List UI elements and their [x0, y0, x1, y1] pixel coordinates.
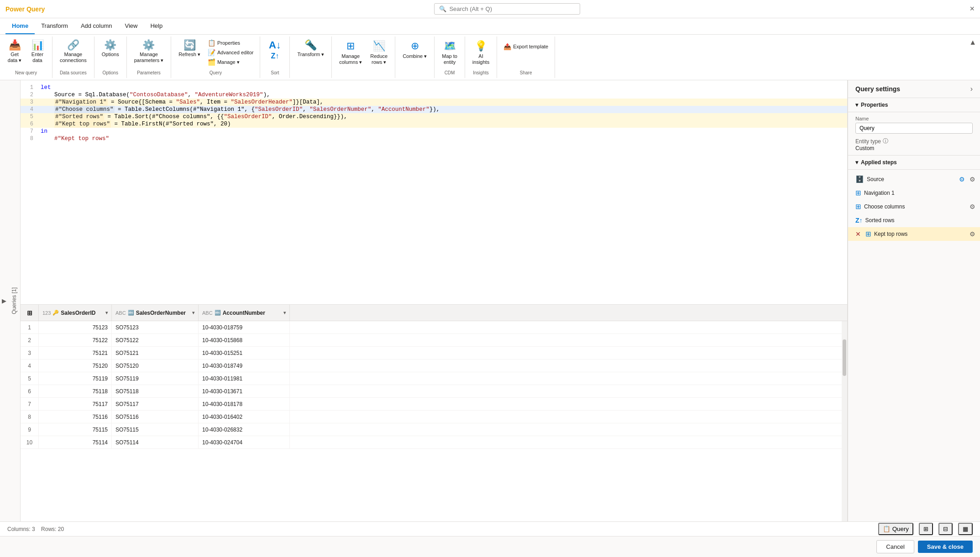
ribbon-group-cdm: 🗺️ Map toentity CDM: [435, 36, 465, 78]
properties-chevron: ▾: [855, 102, 858, 108]
ribbon-group-insights: 💡 AIinsights Insights: [465, 36, 497, 78]
title-bar: Power Query 🔍 ×: [0, 0, 980, 18]
manage-parameters-button[interactable]: ⚙️ Manageparameters ▾: [131, 38, 168, 65]
cdm-label: CDM: [438, 69, 461, 76]
table-row: 8 75116 SO75116 10-4030-016402: [21, 411, 842, 423]
advanced-editor-button[interactable]: 📝 Advanced editor: [205, 48, 257, 57]
entity-type-label: Entity type: [855, 138, 881, 145]
grid-view-button[interactable]: ⊟: [938, 523, 953, 535]
menu-item-add-column[interactable]: Add column: [74, 18, 119, 34]
kept-top-rows-step-settings[interactable]: ⚙: [969, 229, 976, 239]
salesordernumber-dropdown[interactable]: ▾: [192, 310, 194, 315]
vertical-scrollbar[interactable]: [842, 321, 847, 521]
manage-columns-button[interactable]: ⊞ Managecolumns ▾: [335, 38, 366, 67]
source-step-settings[interactable]: ⚙: [969, 175, 976, 184]
menu-item-transform[interactable]: Transform: [35, 18, 74, 34]
ribbon-collapse-button[interactable]: ▲: [965, 36, 980, 78]
ribbon-group-combine: ⊕ Combine ▾: [395, 36, 435, 78]
col-header-index: ⊞: [21, 305, 39, 321]
choose-columns-step-icon: ⊞: [855, 203, 861, 211]
cancel-button[interactable]: Cancel: [876, 540, 914, 553]
kept-top-rows-step-icon: ⊞: [865, 230, 871, 238]
salesorderid-dropdown[interactable]: ▾: [105, 310, 108, 315]
applied-steps-header[interactable]: ▾ Applied steps: [848, 156, 980, 170]
expand-queries-button[interactable]: ▶: [0, 294, 8, 308]
status-bar: Columns: 3 Rows: 20 📋 Query ⊞ ⊟ ▦: [0, 521, 980, 536]
code-line: 7 in: [21, 128, 847, 135]
grid-view-icon: ⊟: [943, 526, 948, 532]
sorted-rows-step-label: Sorted rows: [865, 217, 976, 224]
menu-item-help[interactable]: Help: [144, 18, 169, 34]
transform-button[interactable]: 🔦 Transform ▾: [293, 38, 328, 59]
salesorderid-key-icon: 🔑: [52, 310, 59, 316]
menu-item-home[interactable]: Home: [5, 18, 35, 34]
properties-label: Properties: [861, 102, 888, 108]
query-settings-header: Query settings ›: [848, 80, 980, 98]
combine-icon: ⊕: [411, 40, 419, 52]
col-header-salesorderid[interactable]: 123 🔑 SalesOrderID ▾: [39, 305, 112, 321]
sort-button[interactable]: A↓Z↑: [264, 38, 286, 62]
col-header-accountnumber[interactable]: ABC 🔤 AccountNumber ▾: [199, 305, 290, 321]
ribbon-group-options: ⚙️ Options Options: [94, 36, 127, 78]
properties-button[interactable]: 📋 Properties: [205, 38, 257, 47]
close-button[interactable]: ×: [970, 4, 975, 14]
step-source[interactable]: 🗄️ Source ⚙ ⚙: [848, 172, 980, 186]
query-view-button[interactable]: 📋 Query: [878, 523, 913, 535]
ribbon-group-transform: 🔦 Transform ▾: [290, 36, 332, 78]
accountnumber-dropdown[interactable]: ▾: [283, 310, 286, 315]
search-input[interactable]: [449, 5, 575, 12]
data-sources-label: Data sources: [56, 69, 90, 76]
entity-type-info-icon[interactable]: ⓘ: [883, 137, 888, 145]
main-area: ▶ Queries [1] 1 let 2 Source = Sql.Datab…: [0, 80, 980, 557]
manage-connections-button[interactable]: 🔗 Manageconnections: [56, 38, 90, 65]
map-to-entity-button[interactable]: 🗺️ Map toentity: [438, 38, 461, 67]
query-settings-title: Query settings: [855, 85, 900, 93]
manage-button[interactable]: 🗂️ Manage ▾: [205, 57, 257, 67]
scroll-thumb[interactable]: [843, 339, 846, 376]
expand-right-button[interactable]: ›: [970, 85, 973, 93]
query-name-input[interactable]: [855, 123, 973, 134]
properties-section-header[interactable]: ▾ Properties: [848, 98, 980, 112]
step-navigation1[interactable]: ⊞ Navigation 1: [848, 186, 980, 200]
code-editor[interactable]: 1 let 2 Source = Sql.Database("ContosoDa…: [21, 80, 847, 305]
column-view-button[interactable]: ▦: [958, 523, 973, 535]
table-row: 7 75117 SO75117 10-4030-018178: [21, 398, 842, 411]
queries-panel: ▶ Queries [1]: [0, 80, 21, 521]
options-icon: ⚙️: [104, 40, 116, 50]
table-body: 1 75123 SO75123 10-4030-018759 2 75122 S…: [21, 321, 842, 521]
step-choose-columns[interactable]: ⊞ Choose columns ⚙: [848, 200, 980, 213]
enter-data-button[interactable]: 📊 Enterdata: [26, 38, 48, 65]
table-header: ⊞ 123 🔑 SalesOrderID ▾ ABC 🔤 SalesOrderN…: [21, 305, 847, 321]
refresh-button[interactable]: 🔄 Refresh ▾: [175, 38, 204, 59]
schema-view-button[interactable]: ⊞: [919, 523, 933, 535]
source-step-nav[interactable]: ⚙: [958, 175, 966, 184]
entity-type-row: Entity type ⓘ: [855, 137, 973, 145]
salesordernumber-text-icon: 🔤: [128, 310, 134, 316]
choose-columns-step-settings[interactable]: ⚙: [969, 202, 976, 211]
right-panel: Query settings › ▾ Properties Name Entit…: [848, 80, 980, 521]
rows-status: Rows: 20: [41, 526, 64, 532]
export-template-button[interactable]: 📤 Export template: [501, 42, 551, 51]
sorted-rows-step-icon: Z↑: [855, 217, 863, 224]
ai-insights-button[interactable]: 💡 AIinsights: [469, 38, 493, 67]
applied-steps-label: Applied steps: [861, 159, 897, 166]
manage-parameters-icon: ⚙️: [142, 40, 155, 50]
step-sorted-rows[interactable]: Z↑ Sorted rows: [848, 213, 980, 227]
reduce-rows-button[interactable]: 📉 Reducerows ▾: [367, 38, 391, 67]
refresh-icon: 🔄: [183, 40, 196, 50]
name-label: Name: [855, 116, 973, 121]
save-close-button[interactable]: Save & close: [918, 541, 973, 553]
kept-top-rows-delete-icon[interactable]: ✕: [855, 230, 861, 238]
accountnumber-type-icon: ABC: [202, 310, 213, 316]
step-kept-top-rows[interactable]: ✕ ⊞ Kept top rows ⚙: [848, 227, 980, 241]
get-data-button[interactable]: 📥 Getdata ▾: [4, 38, 26, 65]
combine-button[interactable]: ⊕ Combine ▾: [399, 38, 430, 61]
title-bar-left: Power Query: [5, 5, 45, 13]
col-header-salesordernumber[interactable]: ABC 🔤 SalesOrderNumber ▾: [112, 305, 199, 321]
search-box[interactable]: 🔍: [434, 3, 580, 15]
new-query-label: New query: [4, 69, 48, 76]
salesorderid-type-icon: 123: [42, 310, 51, 316]
menu-item-view[interactable]: View: [119, 18, 144, 34]
options-button[interactable]: ⚙️ Options: [98, 38, 123, 59]
code-line: 2 Source = Sql.Database("ContosoDatabase…: [21, 91, 847, 99]
